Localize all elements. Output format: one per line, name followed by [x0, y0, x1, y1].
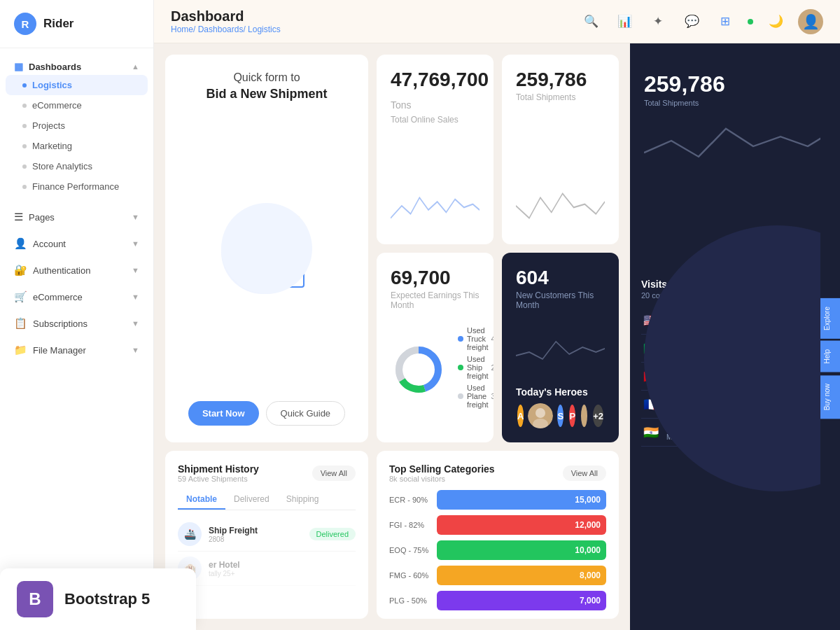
search-icon[interactable]: 🔍 [580, 10, 602, 33]
tab-shipping[interactable]: Shipping [278, 490, 328, 510]
sidebar: R Rider ▦ Dashboards ▲ Logistics eCommer… [0, 0, 154, 630]
grid-icon[interactable]: ⊞ [714, 10, 736, 33]
sidebar-item-finance[interactable]: Finance Performance [0, 176, 153, 197]
legend-truck: Used Truck freight 45% [458, 326, 493, 351]
user-avatar[interactable]: 👤 [798, 9, 823, 34]
sidebar-item-ecommerce[interactable]: eCommerce [0, 95, 153, 115]
chevron-down-icon: ▼ [132, 319, 139, 328]
chevron-down-icon: ▼ [132, 239, 139, 248]
bid-title: Quick form to [206, 71, 327, 84]
logo[interactable]: R Rider [0, 0, 153, 48]
dashboards-group[interactable]: ▦ Dashboards ▲ [0, 55, 153, 75]
settings-icon[interactable]: ✦ [647, 10, 669, 33]
dot-icon [22, 104, 27, 108]
sidebar-item-store-analytics[interactable]: Store Analytics [0, 156, 153, 176]
chevron-down-icon: ▼ [132, 213, 139, 221]
sidebar-item-pages[interactable]: ☰Pages ▼ [0, 204, 153, 230]
shipments-sparkline [516, 102, 605, 230]
side-tab-buy[interactable]: Buy now [820, 375, 840, 419]
chart-icon[interactable]: 📊 [613, 10, 636, 33]
bar-2: 10,000 [437, 540, 606, 560]
dot-icon [22, 164, 27, 169]
bar-0: 15,000 [437, 490, 606, 510]
ship-info: Ship Freight 2808 [209, 526, 302, 543]
sidebar-item-account[interactable]: 👤Account ▼ [0, 230, 153, 257]
total-sales-label: Total Online Sales [391, 115, 479, 125]
earnings-label: Expected Earnings This Month [391, 290, 479, 310]
ship-dot [458, 365, 463, 370]
side-tab-explore[interactable]: Explore [820, 298, 840, 339]
sidebar-item-auth[interactable]: 🔐Authentication ▼ [0, 257, 153, 284]
quick-guide-button[interactable]: Quick Guide [266, 401, 346, 426]
side-tab-help[interactable]: Help [820, 341, 840, 372]
start-now-button[interactable]: Start Now [188, 401, 259, 426]
hero-avatar-5 [580, 403, 589, 428]
status-dot [748, 19, 753, 24]
bar-row-3: FMG - 60% 8,000 [389, 566, 606, 585]
sidebar-item-projects[interactable]: Projects [0, 115, 153, 136]
row2: Shipment History 59 Active Shipments Vie… [165, 451, 619, 619]
freight-legend: Used Truck freight 45% Used Ship freight… [458, 326, 493, 412]
bootstrap-text: Bootstrap 5 [64, 590, 150, 608]
theme-toggle[interactable]: 🌙 [764, 10, 787, 33]
account-icon: 👤 [14, 237, 27, 249]
new-customers-card: 604 New Customers This Month Today's Her… [502, 253, 619, 442]
sidebar-item-ecommerce2[interactable]: 🛒eCommerce ▼ [0, 284, 153, 310]
bar-4: 7,000 [437, 591, 606, 610]
total-shipments-value: 259,786 [516, 69, 587, 90]
shipment-header: Shipment History 59 Active Shipments Vie… [178, 463, 356, 483]
right-stats-overlay: 259,786 Total Shipments [630, 43, 840, 630]
dashboards-section: ▦ Dashboards ▲ Logistics eCommerce Proje… [0, 48, 153, 204]
right-panel: Explore Help Buy now 259,786 Total Shipm… [630, 43, 840, 630]
sidebar-item-subscriptions[interactable]: 📋Subscriptions ▼ [0, 310, 153, 337]
shipment-subtitle: 59 Active Shipments [178, 475, 259, 483]
shipment-row-2: 🏨 er Hotel tally 25+ [178, 552, 356, 586]
earnings-card: 69,700 Expected Earnings This Month [377, 253, 493, 442]
sidebar-item-marketing[interactable]: Marketing [0, 136, 153, 156]
bar-row-0: ECR - 90% 15,000 [389, 490, 606, 510]
bid-actions: Start Now Quick Guide [188, 401, 345, 426]
chat-icon[interactable]: 💬 [680, 10, 703, 33]
new-customers-value: 604 [516, 267, 549, 288]
heroes-title: Today's Heroes [516, 386, 605, 398]
chevron-down-icon: ▼ [132, 346, 139, 354]
side-tabs: Explore Help Buy now [820, 43, 840, 630]
top-selling-title: Top Selling Categories [389, 463, 495, 475]
files-icon: 📁 [14, 344, 27, 356]
header: Dashboard Home/ Dashboards/ Logistics 🔍 … [154, 0, 840, 43]
active-dot [22, 83, 27, 88]
chart-placeholder [516, 328, 605, 370]
sidebar-item-logistics[interactable]: Logistics [6, 75, 148, 95]
bar-row-2: EOQ - 75% 10,000 [389, 540, 606, 560]
truck-dot [458, 336, 463, 342]
header-left: Dashboard Home/ Dashboards/ Logistics [171, 8, 281, 34]
ship-name: Ship Freight [209, 526, 302, 536]
tab-delivered[interactable]: Delivered [225, 490, 278, 510]
top-selling-header: Top Selling Categories 8k social visitor… [389, 463, 606, 483]
auth-icon: 🔐 [14, 264, 27, 276]
total-sales-card: 47,769,700 Tons Total Online Sales [377, 55, 493, 244]
tab-notable[interactable]: Notable [178, 490, 225, 510]
bar-chart: ECR - 90% 15,000 FGI - 82% 12,000 [389, 490, 606, 610]
legend-plane: Used Plane freight 34% [458, 384, 493, 409]
subscriptions-icon: 📋 [14, 317, 27, 329]
shipment-tabs: Notable Delivered Shipping [178, 490, 356, 510]
logo-icon: R [14, 13, 36, 35]
bid-subtitle: Bid a New Shipment [206, 87, 327, 102]
row1: Quick form to Bid a New Shipment [165, 55, 619, 442]
legend-ship: Used Ship freight 21% [458, 355, 493, 380]
total-sales-value: 47,769,700 Tons [391, 69, 489, 113]
sidebar-item-files[interactable]: 📁File Manager ▼ [0, 337, 153, 363]
hotel-info: er Hotel tally 25+ [209, 560, 356, 578]
top-selling-view-all[interactable]: View All [563, 465, 606, 481]
top-selling-subtitle: 8k social visitors [389, 475, 495, 483]
illustration-circle [221, 203, 312, 294]
top-selling-card: Top Selling Categories 8k social visitor… [377, 451, 619, 619]
hero-avatar-4: P [568, 403, 577, 428]
shipment-view-all[interactable]: View All [312, 465, 356, 481]
chevron-down-icon: ▼ [132, 293, 139, 301]
heroes-section: Today's Heroes A S P +2 [516, 386, 605, 428]
bar-row-4: PLG - 50% 7,000 [389, 591, 606, 610]
chevron-up-icon: ▲ [132, 62, 139, 71]
content-area: Quick form to Bid a New Shipment [154, 43, 840, 630]
